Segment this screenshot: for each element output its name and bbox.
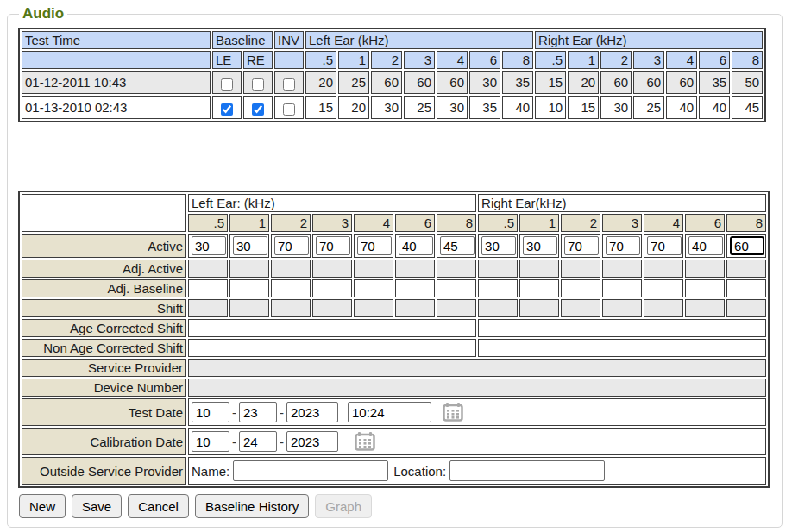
- threshold-value: 35: [502, 71, 533, 94]
- baseline-re-checkbox[interactable]: [252, 103, 264, 116]
- threshold-value: 40: [666, 96, 697, 119]
- threshold-value: 50: [732, 71, 763, 94]
- col-header-test-time: Test Time: [22, 31, 211, 49]
- test-date-year-input[interactable]: [286, 402, 338, 422]
- right-ear-header: Right Ear(kHz): [478, 194, 766, 212]
- outside-service-provider-row: Outside Service Provider Name: Location:: [22, 457, 766, 485]
- calibration-date-day-input[interactable]: [239, 431, 277, 452]
- baseline-le-checkbox[interactable]: [221, 78, 233, 91]
- test-date-day-input[interactable]: [239, 402, 277, 422]
- active-right-input-3k[interactable]: [606, 236, 640, 255]
- calendar-icon[interactable]: [355, 432, 375, 451]
- location-label: Location:: [393, 464, 446, 479]
- row-label-outside-service-provider: Outside Service Provider: [22, 457, 186, 485]
- freq-header: .5: [188, 214, 228, 232]
- col-header-inv: INV: [274, 31, 304, 49]
- service-provider-row: Service Provider: [22, 359, 766, 377]
- active-right-input-6k[interactable]: [688, 236, 723, 255]
- col-header-left-ear: Left Ear (kHz): [305, 31, 533, 49]
- spacer: [18, 122, 774, 191]
- threshold-value: 60: [437, 71, 468, 94]
- threshold-value: 60: [404, 71, 435, 94]
- threshold-value: 25: [404, 96, 435, 119]
- calibration-date-year-input[interactable]: [286, 431, 338, 452]
- active-left-input-2k[interactable]: [274, 236, 309, 255]
- outside-provider-name-input[interactable]: [233, 460, 388, 481]
- history-subheader-row: LE RE .5 1 2 3 4 6 8 .5 1 2 3 4 6 8: [22, 51, 763, 69]
- freq-header: 6: [469, 51, 500, 69]
- row-label-adj-active: Adj. Active: [22, 260, 186, 278]
- adj-active-row: Adj. Active: [22, 260, 766, 278]
- left-ear-header: Left Ear: (kHz): [188, 194, 476, 212]
- threshold-value: 35: [469, 96, 500, 119]
- audio-history-table: Test Time Baseline INV Left Ear (kHz) Ri…: [18, 28, 766, 122]
- freq-header: 3: [633, 51, 664, 69]
- row-label-service-provider: Service Provider: [22, 359, 186, 377]
- calendar-icon[interactable]: [443, 403, 463, 422]
- threshold-value: 25: [633, 96, 664, 119]
- freq-header: 8: [726, 214, 766, 232]
- freq-header: 1: [338, 51, 369, 69]
- freq-header: 1: [229, 214, 269, 232]
- freq-header: 4: [644, 214, 683, 232]
- active-right-input-0.5k[interactable]: [481, 236, 516, 255]
- threshold-value: 60: [633, 71, 664, 94]
- new-button[interactable]: New: [19, 494, 66, 518]
- shift-row: Shift: [22, 299, 766, 317]
- active-left-input-8k[interactable]: [440, 236, 475, 255]
- active-right-input-1k[interactable]: [523, 236, 557, 255]
- row-label-calibration-date: Calibration Date: [22, 428, 186, 455]
- threshold-value: 25: [338, 71, 369, 94]
- inv-checkbox[interactable]: [283, 103, 295, 116]
- test-date-month-input[interactable]: [192, 402, 229, 422]
- graph-button: Graph: [315, 494, 372, 518]
- row-label-adj-baseline: Adj. Baseline: [22, 279, 186, 297]
- threshold-value: 30: [600, 96, 632, 119]
- cancel-button[interactable]: Cancel: [128, 494, 189, 518]
- row-label-active: Active: [22, 234, 186, 258]
- date-separator: -: [232, 405, 236, 420]
- freq-header: .5: [478, 214, 518, 232]
- threshold-value: 40: [699, 96, 730, 119]
- age-corrected-shift-row: Age Corrected Shift: [22, 319, 766, 337]
- active-left-input-3k[interactable]: [316, 236, 350, 255]
- baseline-le-checkbox[interactable]: [221, 103, 233, 116]
- baseline-re-checkbox[interactable]: [252, 78, 264, 91]
- calibration-date-row: Calibration Date - -: [22, 428, 766, 455]
- row-label-test-date: Test Date: [22, 398, 186, 426]
- adj-baseline-row: Adj. Baseline: [22, 279, 766, 297]
- freq-header: 3: [404, 51, 435, 69]
- test-date-row: Test Date - -: [22, 398, 766, 426]
- active-left-input-1k[interactable]: [233, 236, 267, 255]
- service-provider-field: [188, 359, 766, 377]
- date-separator: -: [280, 435, 284, 449]
- freq-header: 8: [437, 214, 476, 232]
- empty-cell: [274, 51, 304, 69]
- active-right-input-4k[interactable]: [647, 236, 682, 255]
- threshold-value: 15: [568, 96, 599, 119]
- freq-header: 8: [732, 51, 763, 69]
- outside-provider-location-input[interactable]: [449, 460, 605, 481]
- active-left-input-0.5k[interactable]: [192, 236, 226, 255]
- freq-header: 2: [561, 214, 600, 232]
- freq-header: 3: [602, 214, 642, 232]
- non-age-corrected-shift-row: Non Age Corrected Shift: [22, 339, 766, 357]
- active-right-input-2k[interactable]: [564, 236, 599, 255]
- save-button[interactable]: Save: [72, 494, 122, 518]
- device-number-row: Device Number: [22, 379, 766, 397]
- baseline-history-button[interactable]: Baseline History: [195, 494, 309, 518]
- active-left-input-6k[interactable]: [399, 236, 433, 255]
- inv-checkbox[interactable]: [283, 78, 295, 91]
- threshold-value: 15: [305, 96, 336, 119]
- threshold-value: 10: [535, 96, 566, 119]
- history-row: 01-12-2011 10:43 20 25 60 60 60 30 35 15…: [22, 71, 763, 94]
- threshold-value: 60: [371, 71, 402, 94]
- col-header-le: LE: [212, 51, 242, 69]
- active-right-input-8k[interactable]: [730, 236, 764, 255]
- history-row: 01-13-2010 02:43 15 20 30 25 30 35 40 10…: [22, 96, 763, 119]
- test-time-input[interactable]: [348, 402, 431, 422]
- active-left-input-4k[interactable]: [357, 236, 392, 255]
- date-separator: -: [232, 435, 236, 449]
- col-header-right-ear: Right Ear (kHz): [535, 31, 763, 49]
- calibration-date-month-input[interactable]: [192, 431, 229, 452]
